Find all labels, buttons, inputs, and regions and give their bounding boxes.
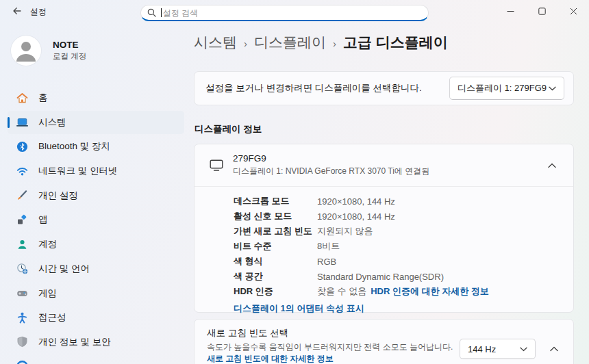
detail-label: 색 공간 xyxy=(234,269,317,284)
detail-label: 색 형식 xyxy=(234,254,317,269)
detail-value: 1920×1080, 144 Hz xyxy=(317,194,562,209)
refresh-rate-title: 새로 고침 빈도 선택 xyxy=(207,327,460,339)
display-name: 279FG9 xyxy=(233,153,542,164)
user-account-type: 로컬 계정 xyxy=(53,51,86,62)
sidebar-item-bluetooth-devices[interactable]: Bluetooth 및 장치 xyxy=(8,135,184,158)
adapter-properties-link[interactable]: 디스플레이 1의 어댑터 속성 표시 xyxy=(234,302,364,315)
detail-label: 활성 신호 모드 xyxy=(234,209,317,224)
page-title: 고급 디스플레이 xyxy=(343,33,448,52)
detail-value: 지원되지 않음 xyxy=(317,224,562,239)
display-select-dropdown[interactable]: 디스플레이 1: 279FG9 xyxy=(449,77,564,100)
breadcrumb-system[interactable]: 시스템 xyxy=(194,33,237,52)
detail-value: RGB xyxy=(317,254,562,269)
sidebar-item-personalization[interactable]: 개인 설정 xyxy=(8,184,184,207)
refresh-rate-info-link[interactable]: 새로 고침 빈도에 대한 자세한 정보 xyxy=(207,354,334,363)
select-display-label: 설정을 보거나 변경하려면 디스플레이를 선택합니다. xyxy=(205,82,422,94)
back-button[interactable] xyxy=(7,1,27,21)
sidebar-item-label: 네트워크 및 인터넷 xyxy=(38,165,118,177)
search-icon xyxy=(147,8,156,17)
detail-value: Standard Dynamic Range(SDR) xyxy=(317,269,562,284)
shield-icon xyxy=(16,336,28,348)
refresh-rate-dropdown[interactable]: 144 Hz xyxy=(460,339,536,359)
search-box[interactable] xyxy=(140,5,429,21)
refresh-rate-card: 새로 고침 빈도 선택 속도가 높을수록 움직임이 부드러워지지만 전력 소모도… xyxy=(194,319,574,364)
sidebar-item-label: 시스템 xyxy=(38,116,66,129)
sidebar-item-network-internet[interactable]: 네트워크 및 인터넷 xyxy=(8,159,184,183)
person-icon xyxy=(16,239,28,250)
sidebar-item-label: 앱 xyxy=(38,213,48,226)
apps-icon xyxy=(16,214,28,226)
gamepad-icon xyxy=(16,287,28,299)
detail-value: 1920×1080, 144 Hz xyxy=(317,209,562,224)
collapse-display-info-button[interactable] xyxy=(542,155,562,176)
home-icon xyxy=(16,92,28,104)
display-info-details: 데스크톱 모드 1920×1080, 144 Hz 활성 신호 모드 1920×… xyxy=(195,187,573,315)
sidebar-nav: 홈 시스템 Bluetooth 및 장치 네트워크 및 인터넷 개인 설정 xyxy=(0,86,192,364)
sidebar-item-gaming[interactable]: 게임 xyxy=(8,282,184,305)
user-name: NOTE xyxy=(53,40,86,50)
refresh-rate-description: 속도가 높을수록 움직임이 부드러워지지만 전력 소모도 늘어납니다. 새로 고… xyxy=(207,341,460,364)
maximize-icon xyxy=(538,8,546,15)
detail-label: 가변 새로 고침 빈도 xyxy=(234,224,317,239)
sidebar-item-label: 접근성 xyxy=(38,311,66,324)
detail-label: 비트 수준 xyxy=(234,239,317,254)
sidebar-item-label: 시간 및 언어 xyxy=(38,263,90,275)
display-info-header[interactable]: 279FG9 디스플레이 1: NVIDIA GeForce RTX 3070 … xyxy=(195,144,573,187)
system-icon xyxy=(16,116,28,128)
chevron-up-icon xyxy=(550,346,558,352)
chevron-right-icon: › xyxy=(244,36,247,49)
sidebar-item-label: 게임 xyxy=(38,287,57,300)
sidebar-item-home[interactable]: 홈 xyxy=(8,86,184,109)
display-connection-info: 디스플레이 1: NVIDIA GeForce RTX 3070 Ti에 연결됨 xyxy=(233,166,542,177)
select-display-card: 설정을 보거나 변경하려면 디스플레이를 선택합니다. 디스플레이 1: 279… xyxy=(194,71,574,105)
sidebar-item-label: 계정 xyxy=(38,238,57,250)
app-title: 설정 xyxy=(30,6,47,18)
sidebar-item-time-language[interactable]: 시간 및 언어 xyxy=(8,257,184,281)
collapse-refresh-rate-button[interactable] xyxy=(544,339,564,359)
chevron-up-icon xyxy=(548,163,556,168)
detail-label: HDR 인증 xyxy=(234,284,317,299)
sidebar-item-apps[interactable]: 앱 xyxy=(8,208,184,231)
sidebar-item-accounts[interactable]: 계정 xyxy=(8,233,184,256)
maximize-button[interactable] xyxy=(526,0,557,22)
avatar xyxy=(11,36,41,66)
detail-value: 찾을 수 없음 HDR 인증에 대한 자세한 정보 xyxy=(317,284,562,299)
back-icon xyxy=(12,5,23,16)
hdr-certification-link[interactable]: HDR 인증에 대한 자세한 정보 xyxy=(371,285,489,298)
sidebar: NOTE 로컬 계정 홈 시스템 Bluetooth 및 장치 xyxy=(0,27,192,364)
chevron-right-icon: › xyxy=(333,36,336,49)
titlebar: 설정 xyxy=(0,0,589,22)
sidebar-item-windows-update[interactable] xyxy=(8,355,184,364)
search-input[interactable] xyxy=(163,8,422,18)
sidebar-item-label: Bluetooth 및 장치 xyxy=(38,140,110,153)
close-button[interactable] xyxy=(557,0,589,22)
user-account[interactable]: NOTE 로컬 계정 xyxy=(11,36,86,66)
minimize-icon xyxy=(507,8,514,15)
close-icon xyxy=(570,8,577,15)
sidebar-item-label: 홈 xyxy=(38,92,48,104)
sidebar-item-label: 개인 정보 및 보안 xyxy=(38,336,111,348)
clock-globe-icon xyxy=(16,263,28,274)
paintbrush-icon xyxy=(16,190,28,201)
monitor-icon xyxy=(210,159,223,172)
section-title-display-info: 디스플레이 정보 xyxy=(195,123,262,135)
sidebar-item-accessibility[interactable]: 접근성 xyxy=(8,306,184,329)
refresh-rate-value: 144 Hz xyxy=(468,344,496,354)
detail-value: 8비트 xyxy=(317,239,562,254)
window-controls xyxy=(494,0,589,22)
wifi-icon xyxy=(16,166,28,177)
chevron-down-icon xyxy=(549,86,556,91)
minimize-button[interactable] xyxy=(494,0,526,22)
display-info-card: 279FG9 디스플레이 1: NVIDIA GeForce RTX 3070 … xyxy=(194,144,574,313)
display-select-value: 디스플레이 1: 279FG9 xyxy=(458,82,547,94)
breadcrumb-display[interactable]: 디스플레이 xyxy=(254,33,326,52)
breadcrumb: 시스템 › 디스플레이 › 고급 디스플레이 xyxy=(194,33,448,52)
sidebar-item-label: 개인 설정 xyxy=(38,190,78,202)
bluetooth-icon xyxy=(16,141,28,153)
sidebar-item-system[interactable]: 시스템 xyxy=(8,111,184,134)
windows-update-icon xyxy=(16,361,28,364)
chevron-down-icon xyxy=(520,347,527,352)
detail-label: 데스크톱 모드 xyxy=(234,194,317,209)
text-caret xyxy=(161,8,162,17)
sidebar-item-privacy-security[interactable]: 개인 정보 및 보안 xyxy=(8,330,184,354)
